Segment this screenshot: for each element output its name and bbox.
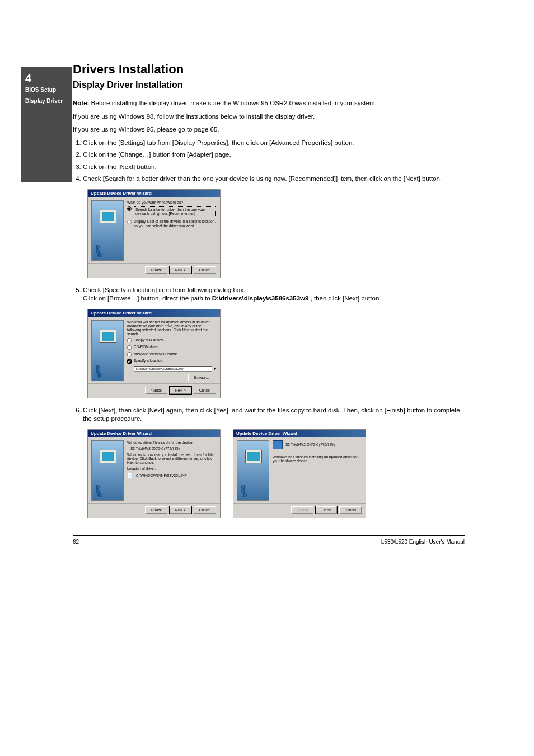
checkbox-input[interactable] — [127, 338, 132, 342]
monitor-icon — [245, 450, 262, 463]
next-button[interactable]: Next > — [170, 387, 191, 394]
gears-icon: ⚙⚙ ⚙ — [95, 485, 102, 497]
next-button[interactable]: Next > — [170, 266, 191, 274]
step-5: Check [Specify a location] item from fol… — [83, 286, 465, 303]
step-list-cont: Check [Specify a location] item from fol… — [73, 286, 465, 303]
back-button: < Back — [291, 506, 313, 514]
top-rule — [73, 45, 465, 45]
wizard2-c2: CD-ROM drive — [134, 345, 158, 349]
checkbox-input[interactable] — [127, 359, 132, 364]
wizard2-check-floppy[interactable]: Floppy disk drives — [127, 338, 216, 343]
wizard3-loc: C:\WINDOWS\INF\S3V351.INF — [136, 473, 187, 477]
step-list: Click on the [Settings] tab from [Displa… — [73, 139, 465, 184]
checkbox-input[interactable] — [127, 352, 132, 356]
note-paragraph: Note: Before installing the display driv… — [73, 99, 465, 108]
monitor-icon — [100, 210, 116, 223]
page-footer: 62 L530/L520 English User's Manual — [73, 539, 465, 545]
note-label: Note: — [73, 100, 89, 106]
gears-icon: ⚙⚙ ⚙ — [241, 485, 247, 497]
wizard-step6b-screenshot: Update Device Driver Wizard ⚙⚙ ⚙ S3 Trio… — [233, 429, 366, 518]
wizard1-radio-list[interactable]: Display a list of all the drivers in a s… — [127, 219, 216, 228]
step-5b-suffix: , then click [Next] button. — [311, 295, 381, 302]
location-input[interactable]: D:\drivers\display\s3586s353w9 — [134, 366, 212, 372]
cancel-button[interactable]: Cancel — [339, 506, 362, 514]
wizard2-check-winupdate[interactable]: Microsoft Windows Update — [127, 352, 216, 357]
next-button[interactable]: Next > — [170, 506, 191, 514]
checkbox-input[interactable] — [127, 345, 132, 350]
wizard-titlebar: Update Device Driver Wizard — [233, 430, 366, 437]
cancel-button[interactable]: Cancel — [194, 506, 216, 514]
chapter-number: 4 — [25, 73, 68, 84]
intro-p2: If you are using Windows 95, please go t… — [73, 125, 465, 134]
chapter-side-tab: 4 BIOS Setup Display Driver — [21, 67, 72, 182]
wizard-step4-screenshot: Update Device Driver Wizard ⚙⚙ ⚙ What do… — [87, 189, 221, 278]
cancel-button[interactable]: Cancel — [194, 387, 216, 394]
finish-button[interactable]: Finish — [316, 506, 336, 514]
page-number: 62 — [73, 539, 79, 545]
page-title: Drivers Installation — [73, 62, 465, 77]
wizard3-device: S3 Trio64V2-DX/GX (775/785) — [130, 447, 216, 450]
step-4: Check [Search for a better driver than t… — [83, 175, 465, 184]
wizard1-question: What do you want Windows to do? — [127, 200, 216, 204]
wizard-side-graphic: ⚙⚙ ⚙ — [91, 440, 124, 501]
wizard2-check-specify[interactable]: Specify a location: — [127, 359, 216, 364]
wizard2-c1: Floppy disk drives — [134, 338, 163, 342]
monitor-icon — [100, 450, 116, 463]
inf-file-icon: 📄 — [127, 473, 133, 478]
step-6: Click [Next], then click [Next] again, t… — [83, 406, 465, 424]
page-content: Drivers Installation Display Driver Inst… — [73, 45, 465, 545]
step-1: Click on the [Settings] tab from [Displa… — [83, 139, 465, 148]
wizard-side-graphic: ⚙⚙ ⚙ — [237, 440, 269, 501]
doc-title-footer: L530/L520 English User's Manual — [381, 539, 465, 545]
radio-input[interactable] — [127, 206, 132, 211]
step-3: Click on the [Next] button. — [83, 163, 465, 172]
wizard1-opt2: Display a list of all the drivers in a s… — [134, 219, 216, 228]
device-icon — [273, 440, 283, 449]
back-button[interactable]: < Back — [145, 266, 167, 274]
chapter-title: BIOS Setup — [25, 86, 68, 94]
wizard2-intro: Windows will search for updated drivers … — [127, 320, 216, 336]
wizard1-opt1: Search for a better driver than the one … — [134, 206, 216, 218]
wizard-side-graphic: ⚙⚙ ⚙ — [91, 200, 124, 261]
gears-icon: ⚙⚙ ⚙ — [95, 365, 102, 377]
wizard2-c3: Microsoft Windows Update — [134, 352, 177, 356]
gears-icon: ⚙⚙ ⚙ — [95, 245, 102, 257]
step-5b-path: D:\drivers\display\s3586s353w9 — [212, 295, 309, 302]
wizard4-device: S3 Trio64V2-DX/GX (775/785) — [285, 443, 335, 447]
back-button[interactable]: < Back — [145, 506, 167, 514]
wizard-step6a-screenshot: Update Device Driver Wizard ⚙⚙ ⚙ Windows… — [87, 429, 221, 518]
wizard4-msg: Windows has finished installing an updat… — [273, 455, 361, 463]
step-2: Click on the [Change…] button from [Adap… — [83, 151, 465, 159]
note-body: Before installing the display driver, ma… — [91, 100, 377, 106]
cancel-button[interactable]: Cancel — [194, 266, 216, 274]
wizard-titlebar: Update Device Driver Wizard — [88, 430, 220, 437]
wizard1-radio-recommended[interactable]: Search for a better driver than the one … — [127, 206, 216, 218]
wizard-step5-screenshot: Update Device Driver Wizard ⚙⚙ ⚙ Windows… — [87, 309, 221, 398]
wizard2-c4: Specify a location: — [134, 359, 163, 363]
wizard-side-graphic: ⚙⚙ ⚙ — [91, 320, 124, 381]
step-5b-prefix: Click on [Browse…] button, direct the pa… — [83, 295, 212, 302]
page-subtitle: Display Driver Installation — [73, 80, 465, 90]
wizard3-l2: Windows is now ready to install the best… — [127, 453, 216, 464]
wizard-titlebar: Update Device Driver Wizard — [88, 190, 220, 197]
wizard3-l1: Windows driver file search for the devic… — [127, 440, 216, 444]
wizard-titlebar: Update Device Driver Wizard — [88, 309, 220, 317]
wizard2-check-cdrom[interactable]: CD-ROM drive — [127, 345, 216, 350]
step-list-cont2: Click [Next], then click [Next] again, t… — [73, 406, 465, 424]
dropdown-icon[interactable]: ▾ — [214, 367, 216, 370]
wizard3-l3: Location of driver: — [127, 467, 216, 471]
monitor-icon — [100, 330, 116, 343]
radio-input[interactable] — [127, 220, 132, 224]
chapter-sub: Display Driver — [25, 97, 68, 105]
step-5a: Check [Specify a location] item from fol… — [83, 287, 245, 293]
back-button[interactable]: < Back — [145, 387, 167, 394]
intro-p1: If you are using Windows 98, follow the … — [73, 112, 465, 121]
bottom-rule — [73, 535, 465, 536]
browse-button[interactable]: Browse... — [188, 374, 214, 381]
